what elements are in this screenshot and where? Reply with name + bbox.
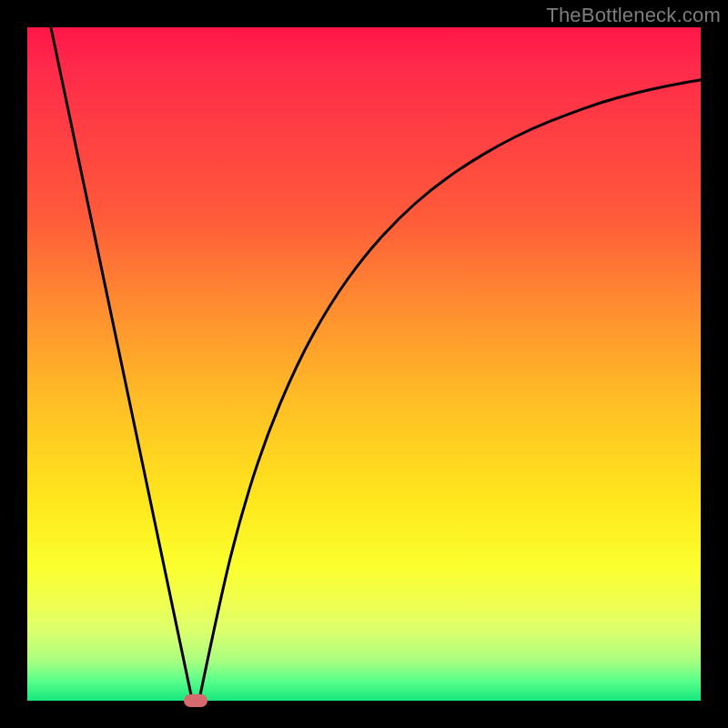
watermark-text: TheBottleneck.com <box>546 4 721 27</box>
plot-area <box>27 27 701 701</box>
chart-outer-frame: TheBottleneck.com <box>0 0 728 728</box>
left-branch-path <box>51 27 192 701</box>
curve-layer <box>27 27 701 701</box>
minimum-marker <box>184 694 207 707</box>
right-branch-path <box>199 80 701 701</box>
